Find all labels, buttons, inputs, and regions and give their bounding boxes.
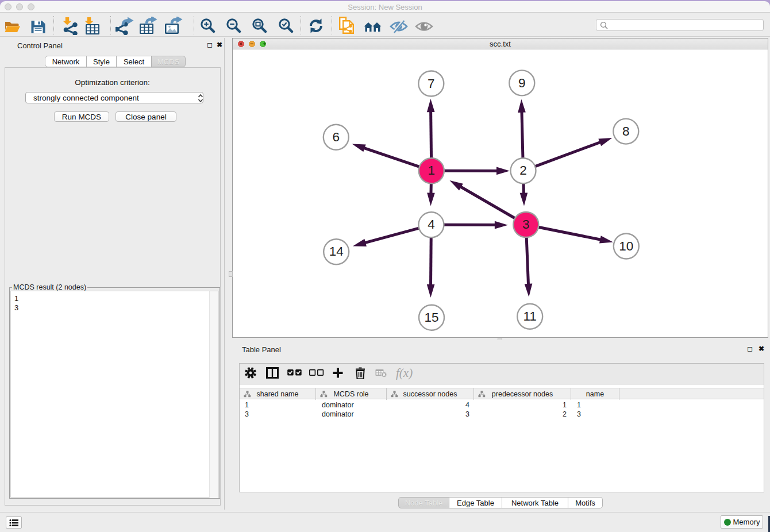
svg-text:14: 14 bbox=[329, 244, 344, 259]
svg-text:8: 8 bbox=[622, 124, 630, 138]
svg-text:9: 9 bbox=[518, 76, 526, 90]
svg-text:3: 3 bbox=[522, 217, 530, 232]
svg-text:10: 10 bbox=[619, 239, 633, 253]
svg-text:1: 1 bbox=[428, 163, 436, 178]
svg-text:7: 7 bbox=[428, 76, 435, 91]
svg-text:6: 6 bbox=[333, 130, 340, 144]
svg-text:15: 15 bbox=[424, 310, 438, 325]
svg-text:11: 11 bbox=[523, 309, 537, 323]
svg-text:4: 4 bbox=[428, 217, 435, 232]
svg-text:2: 2 bbox=[519, 163, 527, 178]
